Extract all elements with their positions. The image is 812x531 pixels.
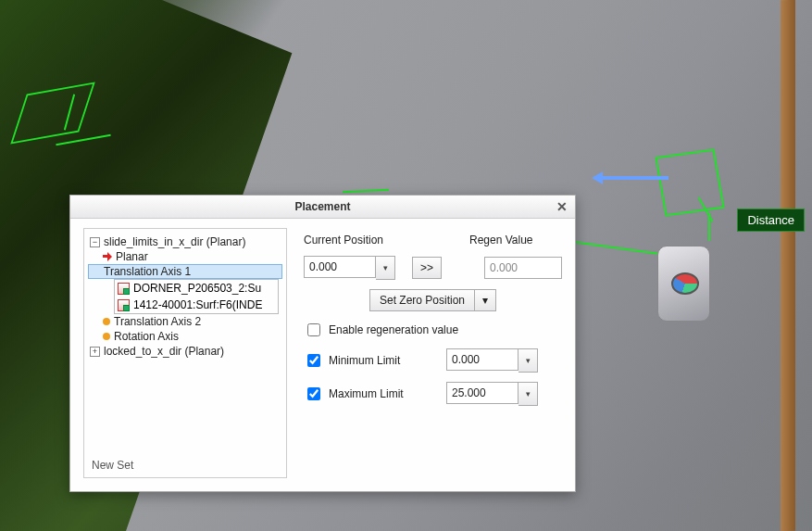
collapse-icon[interactable]: − [90,237,100,247]
enable-regen-row: Enable regeneration value [304,321,562,339]
set-zero-button[interactable]: Set Zero Position [369,289,475,311]
step-button[interactable]: >> [412,257,442,279]
tree-reference-label: 1412-40001:Surf:F6(INDE [133,298,262,311]
tree-reference-row[interactable]: 1412-40001:Surf:F6(INDE [115,297,278,313]
tree-item-label: Translation Axis 1 [104,265,191,278]
tree-set-row[interactable]: + locked_to_x_dir (Planar) [88,344,282,359]
constraint-dof-icon [103,333,110,340]
dropdown-icon[interactable]: ▾ [518,348,538,373]
current-position-input[interactable] [304,256,376,278]
constraint-dof-icon [103,318,110,325]
tree-reference-row[interactable]: DORNER_P206503_2:Su [115,280,278,297]
regen-value-label: Regen Value [469,234,562,247]
constraint-tree-panel: − slide_limits_in_x_dir (Planar) Planar … [83,228,287,478]
enable-regen-checkbox[interactable]: Enable regeneration value [304,321,458,339]
current-position-field[interactable]: ▾ [304,256,395,280]
tree-item-label: Rotation Axis [114,330,179,343]
tree-constraint-row[interactable]: Rotation Axis [88,329,282,344]
max-limit-row: Maximum Limit ▾ [304,382,562,406]
set-zero-row: Set Zero Position ▾ [304,289,562,311]
max-limit-label: Maximum Limit [329,387,404,400]
set-zero-menu-button[interactable]: ▾ [475,289,496,311]
enable-regen-input[interactable] [307,323,320,336]
dialog-title: Placement [294,200,350,213]
tree-set-label: locked_to_x_dir (Planar) [104,345,224,358]
constraint-tree[interactable]: − slide_limits_in_x_dir (Planar) Planar … [88,234,282,453]
measurement-tag[interactable]: Distance [737,209,805,232]
position-labels-row: Current Position Regen Value [304,234,562,247]
expand-icon[interactable]: + [90,347,100,357]
tree-constraint-row[interactable]: Translation Axis 2 [88,314,282,329]
tree-reference-label: DORNER_P206503_2:Su [133,282,261,295]
tree-set-row[interactable]: − slide_limits_in_x_dir (Planar) [88,234,282,249]
model-component-dragger[interactable] [657,246,710,322]
close-icon[interactable]: ✕ [556,199,568,214]
tree-constraint-row[interactable]: Planar [88,249,282,264]
tree-item-label: Planar [116,250,148,263]
csys-marker-1 [10,82,95,144]
set-zero-button-group: Set Zero Position ▾ [369,289,496,311]
min-limit-label: Minimum Limit [329,354,400,367]
min-limit-value-input[interactable] [446,348,518,371]
min-limit-field[interactable]: ▾ [446,348,538,373]
reference-icon [118,283,130,295]
tree-item-label: Translation Axis 2 [114,315,201,328]
tree-constraint-row-selected[interactable]: Translation Axis 1 [88,264,282,279]
drag-arrow-icon[interactable] [594,176,668,180]
placement-dialog: Placement ✕ − slide_limits_in_x_dir (Pla… [69,195,576,492]
dialog-body: − slide_limits_in_x_dir (Planar) Planar … [70,219,575,491]
cad-3d-viewport[interactable]: Distance Placement ✕ − slide_limits_in_x… [0,0,812,531]
regen-value-input[interactable] [484,257,562,279]
min-limit-checkbox[interactable]: Minimum Limit [304,351,433,370]
current-position-label: Current Position [304,234,443,247]
max-limit-value-input[interactable] [446,382,518,404]
enable-regen-label: Enable regeneration value [329,323,458,336]
reference-icon [118,299,130,311]
dropdown-icon[interactable]: ▾ [376,256,395,280]
axis-properties-panel: Current Position Regen Value ▾ >> [304,228,562,478]
min-limit-input[interactable] [307,354,320,367]
new-set-button[interactable]: New Set [88,453,282,474]
tree-set-label: slide_limits_in_x_dir (Planar) [104,235,245,248]
max-limit-input[interactable] [307,387,320,400]
max-limit-checkbox[interactable]: Maximum Limit [304,385,433,403]
model-plate-edge [781,0,795,531]
max-limit-field[interactable]: ▾ [446,382,538,406]
position-values-row: ▾ >> [304,256,562,280]
constraint-planar-icon [103,252,112,261]
dialog-titlebar[interactable]: Placement ✕ [70,196,575,219]
dropdown-icon[interactable]: ▾ [518,382,538,406]
min-limit-row: Minimum Limit ▾ [304,348,562,373]
csys-marker-1-axis [56,134,110,145]
tree-reference-group: DORNER_P206503_2:Su 1412-40001:Surf:F6(I… [114,279,279,314]
csys-marker-2 [655,149,724,217]
